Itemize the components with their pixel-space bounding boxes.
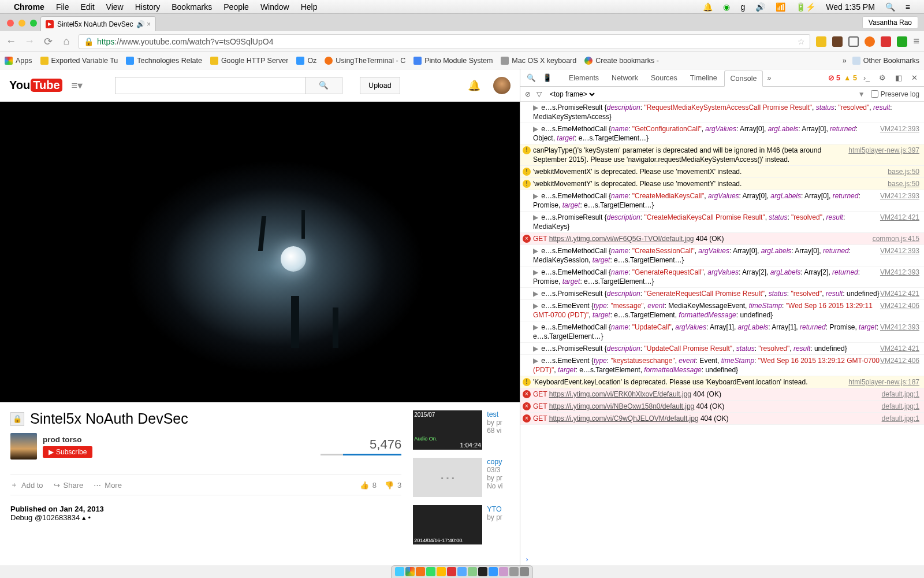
status-icon[interactable]: ◉ [723, 2, 730, 12]
apps-button[interactable]: Apps [5, 57, 32, 65]
share-button[interactable]: ↪Share [54, 481, 84, 490]
home-button[interactable]: ⌂ [60, 35, 73, 47]
console-prompt[interactable]: › [520, 554, 924, 565]
bookmark-item[interactable]: Technologies Relate [126, 57, 202, 65]
window-controls[interactable] [5, 20, 40, 31]
dock-app-icon[interactable] [509, 567, 519, 576]
close-tab-icon[interactable]: × [147, 20, 151, 28]
source-link[interactable]: default.jpg:1 [882, 402, 919, 411]
close-devtools-icon[interactable]: ✕ [908, 73, 921, 82]
source-link[interactable]: VM2412:406 [880, 301, 919, 310]
source-link[interactable]: VM2412:393 [880, 124, 919, 134]
console-row[interactable]: !html5player-new.js:187'KeyboardEvent.ke… [520, 376, 924, 388]
source-link[interactable]: default.jpg:1 [882, 390, 919, 399]
inspect-icon[interactable]: 🔍 [524, 73, 539, 82]
console-row[interactable]: ×common.js:415GET https://i.ytimg.com/vi… [520, 233, 924, 245]
console-row[interactable]: ×default.jpg:1GET https://i.ytimg.com/vi… [520, 401, 924, 413]
search-button[interactable]: 🔍 [305, 77, 342, 94]
app-menu[interactable]: Chrome [14, 2, 44, 12]
notification-icon[interactable]: 🔔 [703, 2, 713, 12]
upload-button[interactable]: Upload [360, 77, 400, 94]
ext-icon[interactable] [897, 36, 907, 47]
source-link[interactable]: common.js:415 [873, 234, 919, 243]
dock-app-icon[interactable] [447, 567, 456, 576]
bookmark-item[interactable]: Exported Variable Tu [40, 57, 118, 65]
tab-network[interactable]: Network [606, 71, 644, 86]
lock-icon[interactable]: 🔒 [84, 37, 94, 46]
clear-console-icon[interactable]: ⊘ [525, 90, 531, 98]
warning-badge[interactable]: ▲ 5 [844, 74, 857, 82]
source-link[interactable]: VM2412:421 [880, 289, 919, 298]
clock[interactable]: Wed 1:35 PM [826, 2, 875, 12]
subscribe-button[interactable]: ▶ Subscribe [43, 446, 92, 458]
overflow-icon[interactable]: » [764, 74, 774, 82]
console-row[interactable]: VM2412:393▶ e…s.EmeMethodCall {name: "Up… [520, 321, 924, 343]
source-link[interactable]: html5player-new.js:187 [848, 377, 919, 387]
tab-sources[interactable]: Sources [645, 71, 683, 86]
channel-avatar[interactable] [10, 433, 37, 460]
dock-app-icon[interactable] [468, 567, 477, 576]
console-output[interactable]: ▶ e…s.PromiseResult {description: "Reque… [520, 102, 924, 554]
omnibox[interactable]: 🔒 https://www.youtube.com/watch?v=tsO9Sq… [79, 34, 810, 49]
avatar[interactable] [493, 77, 511, 94]
wifi-icon[interactable]: 📶 [776, 2, 785, 12]
filter-icon[interactable]: ▽ [536, 90, 542, 98]
browser-tab[interactable]: ▶ Sintel5x NoAuth DevSec 🔊 × [40, 16, 156, 31]
source-link[interactable]: base.js:50 [888, 179, 919, 188]
dock-app-icon[interactable] [395, 567, 404, 576]
source-link[interactable]: VM2412:393 [880, 191, 919, 201]
menu-people[interactable]: People [223, 2, 249, 12]
settings-icon[interactable]: ⚙ [876, 73, 889, 82]
console-row[interactable]: VM2412:393▶ e…s.EmeMethodCall {name: "Cr… [520, 245, 924, 266]
tab-console[interactable]: Console [724, 71, 763, 87]
dock-icon[interactable]: ◧ [892, 73, 905, 82]
console-row[interactable]: VM2412:393▶ e…s.EmeMethodCall {name: "Cr… [520, 190, 924, 212]
guide-icon[interactable]: ≡▾ [72, 79, 83, 92]
macos-dock[interactable] [0, 565, 924, 578]
search-input[interactable] [115, 77, 305, 94]
reload-button[interactable]: ⟳ [42, 35, 54, 48]
bookmark-item[interactable]: UsingTheTerminal - C [325, 57, 405, 65]
ext-icon[interactable] [832, 36, 843, 47]
ext-icon[interactable] [816, 36, 826, 47]
bookmark-item[interactable]: Google HTTP Server [210, 57, 288, 65]
source-link[interactable]: VM2412:421 [880, 344, 919, 353]
menu-icon[interactable]: ≡ [906, 2, 910, 12]
console-row[interactable]: VM2412:406▶ e…s.EmeEvent {type: "message… [520, 300, 924, 321]
preserve-log-checkbox[interactable]: Preserve log [871, 90, 919, 98]
minimize-window-icon[interactable] [18, 20, 25, 27]
back-button[interactable]: ← [5, 35, 17, 47]
maximize-window-icon[interactable] [30, 20, 37, 27]
bookmark-item[interactable]: Pinto Module System [413, 57, 493, 65]
reco-item[interactable]: 2014/04/16-17:40:00. YTO by pr [413, 505, 509, 544]
other-bookmarks[interactable]: Other Bookmarks [852, 57, 919, 65]
youtube-logo[interactable]: YouTube [9, 79, 62, 92]
tab-timeline[interactable]: Timeline [684, 71, 723, 86]
dock-app-icon[interactable] [457, 567, 467, 576]
menu-edit[interactable]: Edit [80, 2, 94, 12]
frame-selector[interactable]: <top frame> [547, 90, 597, 99]
ext-icon[interactable] [881, 36, 891, 47]
drawer-icon[interactable]: ›_ [860, 74, 873, 82]
source-link[interactable]: VM2412:406 [880, 356, 919, 365]
ext-icon[interactable] [865, 36, 875, 47]
source-link[interactable]: default.jpg:1 [882, 414, 919, 423]
dock-app-icon[interactable] [489, 567, 498, 576]
console-row[interactable]: ×default.jpg:1GET https://i.ytimg.com/vi… [520, 413, 924, 425]
console-row[interactable]: ▶ e…s.PromiseResult {description: "Reque… [520, 102, 924, 123]
menu-help[interactable]: Help [301, 2, 318, 12]
dock-trash-icon[interactable] [520, 567, 529, 576]
bookmark-item[interactable]: Oz [296, 57, 316, 65]
console-row[interactable]: VM2412:421▶ e…s.PromiseResult {descripti… [520, 343, 924, 355]
reco-item[interactable]: ⋯ copy 03/3 by pr No vi [413, 458, 509, 497]
source-link[interactable]: html5player-new.js:397 [848, 146, 919, 155]
source-link[interactable]: VM2412:393 [880, 246, 919, 255]
source-link[interactable]: VM2412:421 [880, 213, 919, 222]
video-player[interactable] [0, 102, 520, 402]
volume-icon[interactable]: 🔊 [755, 2, 765, 12]
console-row[interactable]: !base.js:50'webkitMovementX' is deprecat… [520, 166, 924, 178]
console-row[interactable]: ×default.jpg:1GET https://i.ytimg.com/vi… [520, 388, 924, 401]
addto-button[interactable]: ＋Add to [10, 480, 43, 490]
source-link[interactable]: base.js:50 [888, 167, 919, 176]
close-window-icon[interactable] [7, 20, 14, 27]
